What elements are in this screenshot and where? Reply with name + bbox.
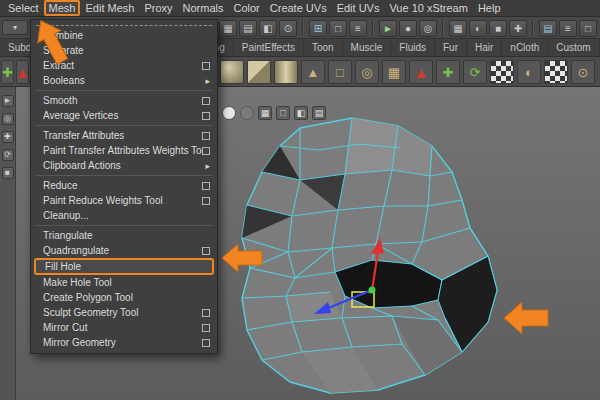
white-sphere-icon[interactable]: [222, 106, 236, 120]
polygon-torus-icon[interactable]: [355, 60, 379, 84]
checker-texture-icon[interactable]: [490, 60, 514, 84]
polygon-cylinder-icon[interactable]: [274, 60, 298, 84]
option-box-icon[interactable]: [202, 112, 210, 120]
menu-item-mirror-cut[interactable]: Mirror Cut: [31, 320, 217, 335]
wireframe-icon[interactable]: [489, 20, 507, 37]
tab-hair[interactable]: Hair: [467, 39, 502, 56]
select-tool-icon[interactable]: [2, 95, 14, 107]
menu-normals[interactable]: Normals: [178, 1, 229, 15]
tab-fur[interactable]: Fur: [435, 39, 467, 56]
option-box-icon[interactable]: [202, 97, 210, 105]
checker-texture-icon[interactable]: [544, 60, 568, 84]
tab-toon[interactable]: Toon: [304, 39, 343, 56]
ipr-render-icon[interactable]: [399, 20, 417, 37]
menu-edit-uvs[interactable]: Edit UVs: [332, 1, 385, 15]
menu-item-paint-reduce-weights[interactable]: Paint Reduce Weights Tool: [31, 193, 217, 208]
menu-item-combine[interactable]: Combine: [31, 28, 217, 43]
menu-item-make-hole-tool[interactable]: Make Hole Tool: [31, 275, 217, 290]
menu-item-extract[interactable]: Extract: [31, 58, 217, 73]
submenu-arrow-icon: [205, 75, 210, 86]
menu-select[interactable]: Select: [3, 1, 44, 15]
camera-settings-icon[interactable]: [312, 106, 326, 120]
render-settings-icon[interactable]: [419, 20, 437, 37]
tab-painteffects[interactable]: PaintEffects: [234, 39, 304, 56]
menu-item-fill-hole[interactable]: Fill Hole: [34, 258, 214, 275]
rotate-tool-icon[interactable]: [2, 149, 14, 161]
gray-sphere-icon[interactable]: [240, 106, 254, 120]
option-box-icon[interactable]: [202, 182, 210, 190]
sculpt-tool-icon[interactable]: [463, 60, 487, 84]
input-connections-icon[interactable]: [309, 20, 327, 37]
option-box-icon[interactable]: [202, 324, 210, 332]
menu-item-quadrangulate[interactable]: Quadrangulate: [31, 243, 217, 258]
menu-item-average-vertices[interactable]: Average Vertices: [31, 108, 217, 123]
menu-proxy[interactable]: Proxy: [139, 1, 177, 15]
render-node-icon[interactable]: [571, 60, 595, 84]
menu-item-paint-transfer-attributes[interactable]: Paint Transfer Attributes Weights Tool: [31, 143, 217, 158]
menu-set-dropdown[interactable]: ▾: [2, 20, 28, 35]
menu-item-label: Paint Reduce Weights Tool: [43, 195, 202, 206]
add-attribute-icon[interactable]: [509, 20, 527, 37]
construction-history-icon[interactable]: [349, 20, 367, 37]
menu-item-separate[interactable]: Separate: [31, 43, 217, 58]
snap-point-icon[interactable]: [259, 20, 277, 37]
shelf-partial-icon[interactable]: [16, 60, 29, 84]
polygon-cone-icon[interactable]: [301, 60, 325, 84]
tab-ncloth[interactable]: nCloth: [502, 39, 548, 56]
output-connections-icon[interactable]: [329, 20, 347, 37]
option-box-icon[interactable]: [202, 197, 210, 205]
tab-muscle[interactable]: Muscle: [343, 39, 392, 56]
grid-display-icon[interactable]: [258, 106, 272, 120]
paint-tool-icon[interactable]: [436, 60, 460, 84]
shaded-sphere-icon[interactable]: [517, 60, 541, 84]
snap-view-icon[interactable]: [279, 20, 297, 37]
tab-custom[interactable]: Custom: [548, 39, 599, 56]
panel-toolbar: [222, 106, 326, 120]
option-box-icon[interactable]: [202, 339, 210, 347]
menu-item-transfer-attributes[interactable]: Transfer Attributes: [31, 128, 217, 143]
resolution-gate-icon[interactable]: [276, 106, 290, 120]
polygon-cube-icon[interactable]: [247, 60, 271, 84]
menu-item-smooth[interactable]: Smooth: [31, 93, 217, 108]
move-tool-icon[interactable]: [2, 131, 14, 143]
menu-mesh[interactable]: Mesh: [44, 0, 81, 16]
tool-settings-icon[interactable]: [579, 20, 597, 37]
shading-icon[interactable]: [469, 20, 487, 37]
attribute-editor-icon[interactable]: [559, 20, 577, 37]
menu-help[interactable]: Help: [473, 1, 506, 15]
channel-box-icon[interactable]: [539, 20, 557, 37]
menu-item-cleanup[interactable]: Cleanup...: [31, 208, 217, 223]
menu-item-reduce[interactable]: Reduce: [31, 178, 217, 193]
menu-color[interactable]: Color: [228, 1, 264, 15]
option-box-icon[interactable]: [202, 309, 210, 317]
option-box-icon[interactable]: [202, 62, 210, 70]
shelf-partial-icon[interactable]: [1, 60, 14, 84]
polygon-plane-icon[interactable]: [328, 60, 352, 84]
menu-item-clipboard-actions[interactable]: Clipboard Actions: [31, 158, 217, 173]
menu-item-mirror-geometry[interactable]: Mirror Geometry: [31, 335, 217, 350]
scale-tool-icon[interactable]: [2, 167, 14, 179]
menu-item-sculpt-geometry-tool[interactable]: Sculpt Geometry Tool: [31, 305, 217, 320]
tearoff-handle[interactable]: [36, 22, 212, 26]
isolate-select-icon[interactable]: [294, 106, 308, 120]
menu-item-create-polygon-tool[interactable]: Create Polygon Tool: [31, 290, 217, 305]
option-box-icon[interactable]: [202, 132, 210, 140]
menu-create-uvs[interactable]: Create UVs: [265, 1, 332, 15]
menu-vue-xstream[interactable]: Vue 10 xStream: [384, 1, 472, 15]
menu-item-triangulate[interactable]: Triangulate: [31, 228, 217, 243]
menu-item-label: Clipboard Actions: [43, 160, 205, 171]
render-icon[interactable]: [379, 20, 397, 37]
menu-item-booleans[interactable]: Booleans: [31, 73, 217, 88]
polygon-pyramid-icon[interactable]: [409, 60, 433, 84]
lasso-tool-icon[interactable]: [2, 113, 14, 125]
menu-item-label: Extract: [43, 60, 202, 71]
menu-edit-mesh[interactable]: Edit Mesh: [80, 1, 139, 15]
option-box-icon[interactable]: [202, 247, 210, 255]
option-box-icon[interactable]: [202, 147, 210, 155]
tab-fluids[interactable]: Fluids: [391, 39, 435, 56]
snap-curve-icon[interactable]: [239, 20, 257, 37]
texture-view-icon[interactable]: [449, 20, 467, 37]
snap-grid-icon[interactable]: [219, 20, 237, 37]
polygon-prism-icon[interactable]: [382, 60, 406, 84]
polygon-sphere-icon[interactable]: [220, 60, 244, 84]
